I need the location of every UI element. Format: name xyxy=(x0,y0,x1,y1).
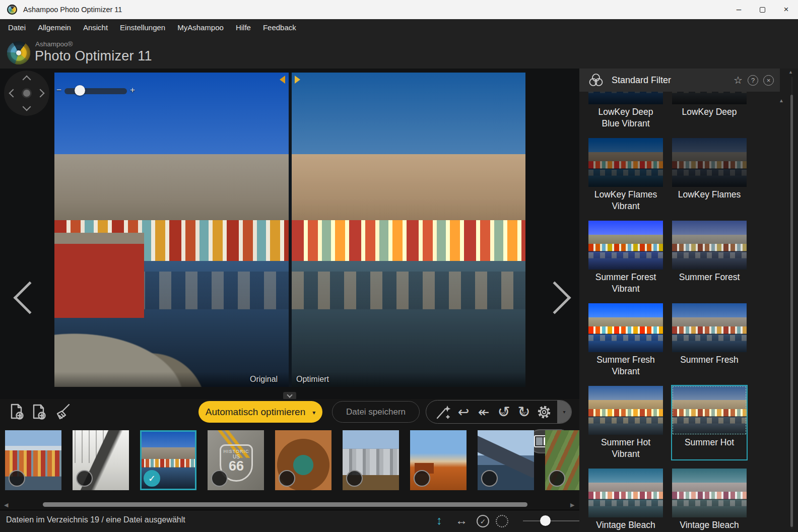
filter-item[interactable]: LowKey Flames Vibrant xyxy=(588,138,663,212)
filter-thumbnail[interactable] xyxy=(588,92,663,104)
filmstrip-thumb-fog-bridge[interactable] xyxy=(73,430,129,490)
previous-image-button[interactable] xyxy=(13,281,46,314)
clean-broom-button[interactable] xyxy=(52,402,73,422)
add-folder-button[interactable] xyxy=(29,402,49,422)
menu-ansicht[interactable]: Ansicht xyxy=(77,19,114,36)
auto-optimize-button[interactable]: Automatisch optimieren ▾ xyxy=(198,401,322,423)
scroll-left-icon[interactable]: ◀ xyxy=(4,502,8,508)
panel-scrollbar-thumb[interactable] xyxy=(790,95,793,527)
filter-item-selected[interactable]: Summer Hot xyxy=(672,386,747,459)
settings-gear-button[interactable] xyxy=(534,402,554,422)
filmstrip-scrollbar[interactable]: ◀ ▶ xyxy=(0,501,579,509)
close-button[interactable]: × xyxy=(774,0,798,19)
check-circle-icon[interactable]: ✓ xyxy=(477,515,489,527)
rotate-right-90-button[interactable]: ↻ 90° xyxy=(514,402,534,422)
menu-datei[interactable]: Datei xyxy=(2,19,32,36)
filter-thumbnail[interactable] xyxy=(672,221,747,270)
magic-wand-button[interactable] xyxy=(433,402,453,422)
select-circle[interactable] xyxy=(76,470,93,487)
filter-item[interactable]: LowKey Deep xyxy=(672,92,747,129)
filter-thumbnail[interactable] xyxy=(588,303,663,352)
divider-arrow-left-icon[interactable] xyxy=(280,76,285,84)
filter-thumbnail[interactable] xyxy=(672,469,747,517)
filter-item[interactable]: Summer Hot Vibrant xyxy=(588,386,663,459)
maximize-button[interactable] xyxy=(751,0,774,19)
filmstrip-thumb-route66[interactable]: HISTORIC US 66 xyxy=(208,430,264,490)
filter-item[interactable]: Summer Fresh Vibrant xyxy=(588,303,663,377)
selection-circle-icon[interactable] xyxy=(496,515,508,527)
zoom-in-icon[interactable]: + xyxy=(130,85,135,95)
filter-thumbnail[interactable] xyxy=(672,92,747,104)
filmstrip-thumb-old-truck[interactable] xyxy=(545,430,579,490)
next-image-button[interactable] xyxy=(538,281,571,314)
selected-check-icon[interactable]: ✓ xyxy=(144,470,160,487)
select-circle[interactable] xyxy=(346,470,363,487)
pan-control[interactable] xyxy=(4,71,49,116)
filter-item[interactable]: LowKey Deep Blue Vibrant xyxy=(588,92,663,129)
filmstrip-thumb-fjord-harbor[interactable] xyxy=(478,430,534,490)
collapse-preview-button[interactable] xyxy=(283,392,296,400)
fit-vertical-icon[interactable]: ↕ xyxy=(436,513,442,527)
filmstrip-thumb-monument-valley[interactable] xyxy=(410,430,467,490)
zoom-slider-thumb[interactable] xyxy=(75,85,85,96)
filter-item[interactable]: Vintage Bleach xyxy=(672,469,747,532)
select-circle[interactable] xyxy=(481,470,498,487)
pan-left-icon[interactable] xyxy=(9,89,18,98)
filter-thumbnail[interactable] xyxy=(672,386,747,435)
select-circle[interactable] xyxy=(211,470,228,487)
menu-hilfe[interactable]: Hilfe xyxy=(230,19,257,36)
compare-divider-handle[interactable] xyxy=(289,73,292,387)
zoom-slider[interactable]: − + xyxy=(56,85,135,98)
help-icon[interactable]: ? xyxy=(748,75,758,86)
panel-scrollbar[interactable]: ▲ xyxy=(790,70,793,531)
rotate-left-90-button[interactable]: ↺ 90° xyxy=(494,402,514,422)
filter-thumbnail[interactable] xyxy=(588,221,663,270)
thumbnail-size-slider-thumb[interactable] xyxy=(540,515,551,526)
fit-horizontal-icon[interactable]: ↔ xyxy=(455,513,468,527)
thumbnail-size-slider[interactable] xyxy=(523,520,579,521)
menu-allgemein[interactable]: Allgemein xyxy=(32,19,77,36)
filter-item[interactable]: LowKey Flames xyxy=(672,138,747,212)
add-file-button[interactable] xyxy=(7,402,27,422)
menu-feedback[interactable]: Feedback xyxy=(257,19,302,36)
actions-dropdown[interactable]: ▾ xyxy=(557,400,571,424)
filter-thumbnail[interactable] xyxy=(672,138,747,187)
filter-item[interactable]: Summer Forest xyxy=(672,221,747,294)
minimize-button[interactable]: – xyxy=(727,0,751,19)
close-panel-icon[interactable]: × xyxy=(763,75,774,86)
filmstrip-thumb-horseshoe-bend[interactable] xyxy=(275,430,331,490)
menu-einstellungen[interactable]: Einstellungen xyxy=(114,19,171,36)
undo-button[interactable]: ↩ xyxy=(453,402,474,422)
filmstrip-thumb-coastal-village[interactable] xyxy=(5,430,61,490)
pan-up-icon[interactable] xyxy=(23,76,31,84)
favorite-star-icon[interactable]: ☆ xyxy=(734,74,743,86)
filter-thumbnail[interactable] xyxy=(588,138,663,187)
grid-scroll-up-icon[interactable]: ▲ xyxy=(779,98,784,103)
select-circle[interactable] xyxy=(549,470,565,487)
pan-right-icon[interactable] xyxy=(36,89,45,98)
filter-item[interactable]: Vintage Bleach xyxy=(588,469,663,532)
filter-thumbnail[interactable] xyxy=(588,469,663,517)
select-circle[interactable] xyxy=(9,470,25,487)
caret-down-icon[interactable]: ▾ xyxy=(312,409,315,416)
filmstrip-thumb-harbor-boathouses-selected[interactable]: ✓ xyxy=(140,430,196,490)
filter-thumbnail[interactable] xyxy=(672,303,747,352)
select-circle[interactable] xyxy=(279,470,295,487)
select-circle[interactable] xyxy=(414,470,430,487)
filter-thumbnail[interactable] xyxy=(588,386,663,435)
divider-arrow-right-icon[interactable] xyxy=(295,76,300,84)
filmstrip-thumb-mailboxes[interactable] xyxy=(343,430,399,490)
pan-center-dot[interactable] xyxy=(23,90,30,97)
save-file-button[interactable]: Datei speichern xyxy=(332,401,420,423)
zoom-out-icon[interactable]: − xyxy=(56,85,61,95)
pan-down-icon[interactable] xyxy=(23,103,31,111)
undo-all-button[interactable]: ↞ xyxy=(474,402,494,422)
scroll-right-icon[interactable]: ▶ xyxy=(570,502,574,508)
zoom-slider-track[interactable] xyxy=(64,88,127,94)
menu-myashampoo[interactable]: MyAshampoo xyxy=(171,19,230,36)
filter-item[interactable]: Summer Fresh xyxy=(672,303,747,377)
filmstrip-scrollbar-thumb[interactable] xyxy=(43,502,527,507)
scrollbar-up-icon[interactable]: ▲ xyxy=(788,70,793,75)
statusbar: Dateien im Verzeichnis 19 / eine Datei a… xyxy=(0,510,579,532)
filter-item[interactable]: Summer Forest Vibrant xyxy=(588,221,663,294)
